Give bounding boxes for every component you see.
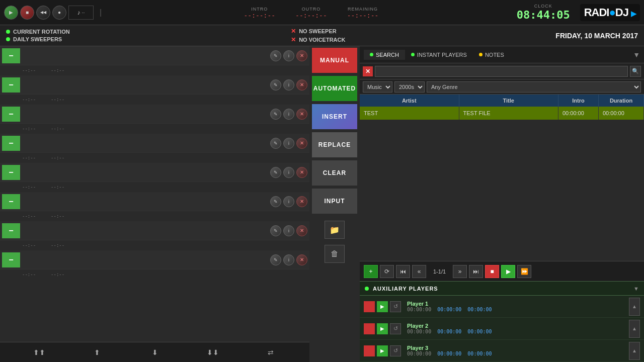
aux-player-1-up-button[interactable]: ▲ [629,298,640,316]
automated-button[interactable]: AUTOMATED [312,76,357,101]
table-row: − ✎ i ✕ [0,105,309,124]
row-minus-button[interactable]: − [2,252,20,267]
nav-skip-start-button[interactable]: ⏮ [396,265,410,278]
add-result-button[interactable]: + [364,265,378,278]
aux-player-3-stop-button[interactable] [364,345,375,356]
row-remove-button[interactable]: ✕ [296,79,307,90]
aux-expand-button[interactable]: ▼ [633,286,639,292]
search-input[interactable] [375,66,628,77]
row-remove-button[interactable]: ✕ [296,167,307,178]
row-controls: ✎ i ✕ [270,79,309,90]
row-info-button[interactable]: i [283,196,294,207]
row-minus-button[interactable]: − [2,77,20,93]
nav-prev-button[interactable]: « [412,265,426,278]
tab-search[interactable]: SEARCH [364,50,405,60]
play-result-button[interactable]: ▶ [501,265,515,278]
aux-player-2-t3: 00:00:00 [467,329,492,334]
nav-skip-end-button[interactable]: ⏭ [469,265,483,278]
row-remove-button[interactable]: ✕ [296,196,307,207]
search-magnify-button[interactable]: 🔍 [630,66,641,77]
row-edit-button[interactable]: ✎ [270,138,281,149]
input-button[interactable]: INPUT [312,189,357,214]
col-duration-header[interactable]: Duration [599,95,644,107]
row-remove-button[interactable]: ✕ [296,254,307,265]
move-top-button[interactable]: ⬆⬆ [32,345,47,359]
aux-player-3-loop-button[interactable]: ↺ [390,345,401,356]
row-info-button[interactable]: i [283,225,294,236]
aux-player-2-play-button[interactable]: ▶ [377,323,388,334]
aux-player-2-stop-button[interactable] [364,323,375,334]
stop-result-button[interactable]: ■ [485,265,499,278]
aux-player-3-play-button[interactable]: ▶ [377,345,388,356]
aux-player-1-stop-button[interactable] [364,301,375,312]
result-row[interactable]: TEST TEST FILE 00:00:00 00:00:00 [360,107,644,120]
manual-button[interactable]: MANUAL [312,48,357,73]
aux-player-1-loop-button[interactable]: ↺ [390,301,401,312]
shuffle-button[interactable]: ⇄ [263,345,278,359]
row-separator: --:----:-- [0,95,309,105]
row-info-button[interactable]: i [283,50,294,61]
col-intro-header[interactable]: Intro [558,95,599,107]
results-table-header: Artist Title Intro Duration [360,95,644,107]
filter-type-select[interactable]: Music Jingle Ad [363,81,392,93]
row-minus-button[interactable]: − [2,165,20,180]
row-edit-button[interactable]: ✎ [270,196,281,207]
filter-year-select[interactable]: 2000s 2010s 1990s [394,81,425,93]
row-minus-button[interactable]: − [2,107,20,122]
aux-player-2-info: Player 2 00:00:00 00:00:00 00:00:00 [403,323,627,334]
row-info-button[interactable]: i [283,109,294,120]
row-info-button[interactable]: i [283,138,294,149]
prev-button[interactable]: ◀◀ [36,6,50,20]
move-bottom-button[interactable]: ⬇⬇ [205,345,220,359]
move-down-button[interactable]: ⬇ [147,345,163,359]
tab-notes[interactable]: NOTES [473,50,510,60]
notification-bar: CURRENT ROTATION DAILY SWEEPERS ✕ NO SWE… [0,25,644,46]
playlist-list: − ✎ i ✕ --:----:-- − [0,46,309,342]
col-title-header[interactable]: Title [459,95,559,107]
row-minus-button[interactable]: − [2,48,20,63]
row-sep-times: --:----:-- [22,126,64,131]
filter-genre-select[interactable]: Any Genre Pop Rock [427,81,641,93]
table-row: − ✎ i ✕ [0,221,309,240]
aux-player-2-loop-button[interactable]: ↺ [390,323,401,334]
intro-counter: INTRO --:--:-- [244,7,275,19]
folder-button[interactable]: 📁 [325,221,345,239]
row-info-button[interactable]: i [283,79,294,90]
record-button[interactable]: ● [52,6,66,20]
row-minus-button[interactable]: − [2,194,20,209]
nav-right-button[interactable]: ⟳ [380,265,394,278]
row-edit-button[interactable]: ✎ [270,225,281,236]
row-remove-button[interactable]: ✕ [296,50,307,61]
search-clear-button[interactable]: ✕ [363,66,373,76]
aux-player-3-up-button[interactable]: ▲ [629,342,640,360]
tabs-expand-button[interactable]: ▼ [633,51,640,59]
aux-player-2-up-button[interactable]: ▲ [629,320,640,338]
row-remove-button[interactable]: ✕ [296,138,307,149]
play-button[interactable]: ▶ [4,6,18,20]
aux-player-1-play-button[interactable]: ▶ [377,301,388,312]
music-button[interactable]: ♪ -- [68,6,94,20]
row-edit-button[interactable]: ✎ [270,109,281,120]
col-artist-header[interactable]: Artist [360,95,459,107]
row-minus-button[interactable]: − [2,223,20,238]
row-edit-button[interactable]: ✎ [270,254,281,265]
row-info-button[interactable]: i [283,254,294,265]
fast-forward-button[interactable]: ⏩ [517,265,531,278]
insert-button[interactable]: INSERT [312,104,357,129]
replace-button[interactable]: REPLACE [312,132,357,157]
stop-button[interactable]: ■ [20,6,34,20]
row-edit-button[interactable]: ✎ [270,167,281,178]
clear-button[interactable]: CLEAR [312,160,357,186]
row-remove-button[interactable]: ✕ [296,109,307,120]
row-minus-button[interactable]: − [2,136,20,151]
outro-label: OUTRO [295,7,327,12]
nav-next-button[interactable]: » [453,265,467,278]
row-edit-button[interactable]: ✎ [270,79,281,90]
row-remove-button[interactable]: ✕ [296,225,307,236]
row-info-button[interactable]: i [283,167,294,178]
table-row: − ✎ i ✕ [0,46,309,65]
trash-button[interactable]: 🗑 [325,245,345,263]
move-up-button[interactable]: ⬆ [90,345,105,359]
row-edit-button[interactable]: ✎ [270,50,281,61]
tab-instant-players[interactable]: INSTANT PLAYERS [405,50,473,60]
